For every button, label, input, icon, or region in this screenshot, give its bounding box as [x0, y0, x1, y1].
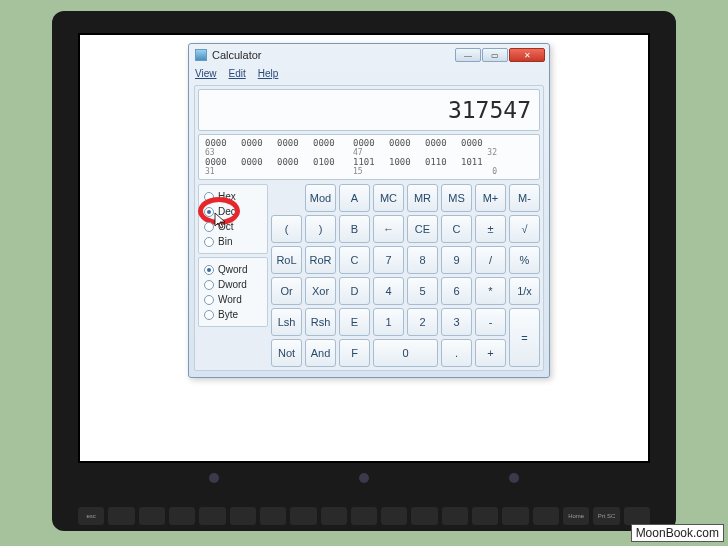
key-hex-d[interactable]: D: [339, 277, 370, 305]
key-hex-c[interactable]: C: [339, 246, 370, 274]
titlebar[interactable]: Calculator — ▭ ✕: [189, 44, 549, 66]
keyboard-key: [472, 507, 498, 525]
key-add[interactable]: +: [475, 339, 506, 367]
key-back[interactable]: ←: [373, 215, 404, 243]
key-1[interactable]: 1: [373, 308, 404, 336]
key-mminus[interactable]: M-: [509, 184, 540, 212]
keyboard-key: [169, 507, 195, 525]
left-panel: Hex Dec: [198, 184, 268, 367]
keyboard-key: [442, 507, 468, 525]
key-rol[interactable]: RoL: [271, 246, 302, 274]
keyboard-key: Prt SC: [593, 507, 619, 525]
key-ms[interactable]: MS: [441, 184, 472, 212]
radio-byte[interactable]: Byte: [204, 307, 262, 322]
key-rparen[interactable]: ): [305, 215, 336, 243]
key-mr[interactable]: MR: [407, 184, 438, 212]
key-div[interactable]: /: [475, 246, 506, 274]
key-lparen[interactable]: (: [271, 215, 302, 243]
key-7[interactable]: 7: [373, 246, 404, 274]
keyboard-key: [411, 507, 437, 525]
key-0[interactable]: 0: [373, 339, 438, 367]
window-controls: — ▭ ✕: [455, 48, 545, 62]
key-3[interactable]: 3: [441, 308, 472, 336]
keyboard-key: [502, 507, 528, 525]
radio-icon: [204, 237, 214, 247]
menubar: View Edit Help: [189, 66, 549, 83]
key-mc[interactable]: MC: [373, 184, 404, 212]
key-dot[interactable]: .: [441, 339, 472, 367]
laptop-hinge: [209, 473, 519, 483]
key-6[interactable]: 6: [441, 277, 472, 305]
key-sqrt[interactable]: √: [509, 215, 540, 243]
key-ror[interactable]: RoR: [305, 246, 336, 274]
bit-label-1: 63 47 32: [205, 148, 533, 157]
maximize-button[interactable]: ▭: [482, 48, 508, 62]
key-4[interactable]: 4: [373, 277, 404, 305]
key-or[interactable]: Or: [271, 277, 302, 305]
keyboard-key: [533, 507, 559, 525]
radio-icon: [204, 207, 214, 217]
key-sub[interactable]: -: [475, 308, 506, 336]
keyboard-key: [381, 507, 407, 525]
key-b[interactable]: B: [339, 215, 370, 243]
menu-edit[interactable]: Edit: [229, 68, 246, 79]
keyboard-key: [230, 507, 256, 525]
radio-dec[interactable]: Dec: [204, 204, 262, 219]
size-panel: Qword Dword Word: [198, 257, 268, 327]
radio-bin[interactable]: Bin: [204, 234, 262, 249]
key-2[interactable]: 2: [407, 308, 438, 336]
menu-help[interactable]: Help: [258, 68, 279, 79]
key-9[interactable]: 9: [441, 246, 472, 274]
menu-view[interactable]: View: [195, 68, 217, 79]
radio-qword[interactable]: Qword: [204, 262, 262, 277]
keyboard-key: [108, 507, 134, 525]
bit-row-1: 0000 0000 0000 0000 0000 0000 0000 0000: [205, 138, 533, 148]
close-button[interactable]: ✕: [509, 48, 545, 62]
keypad: Mod A MC MR MS M+ M- ( ) B ← CE C: [271, 184, 540, 367]
radio-hex[interactable]: Hex: [204, 189, 262, 204]
laptop-frame: Calculator — ▭ ✕ View Edit Help 317547 0…: [52, 11, 676, 531]
display: 317547: [198, 89, 540, 131]
key-mul[interactable]: *: [475, 277, 506, 305]
key-mplus[interactable]: M+: [475, 184, 506, 212]
key-and[interactable]: And: [305, 339, 336, 367]
key-hex-e[interactable]: E: [339, 308, 370, 336]
key-recip[interactable]: 1/x: [509, 277, 540, 305]
keyboard-key: [139, 507, 165, 525]
radio-dword[interactable]: Dword: [204, 277, 262, 292]
key-hex-f[interactable]: F: [339, 339, 370, 367]
radio-word[interactable]: Word: [204, 292, 262, 307]
keyboard-key: [260, 507, 286, 525]
base-panel: Hex Dec: [198, 184, 268, 254]
main-area: Hex Dec: [198, 184, 540, 367]
key-pct[interactable]: %: [509, 246, 540, 274]
keyboard-key: Home: [563, 507, 589, 525]
key-xor[interactable]: Xor: [305, 277, 336, 305]
keyboard-key: [624, 507, 650, 525]
watermark: MoonBook.com: [631, 524, 724, 542]
keyboard-key: [290, 507, 316, 525]
key-8[interactable]: 8: [407, 246, 438, 274]
keyboard-key: [351, 507, 377, 525]
key-c[interactable]: C: [441, 215, 472, 243]
radio-oct[interactable]: Oct: [204, 219, 262, 234]
radio-icon: [204, 310, 214, 320]
calculator-window: Calculator — ▭ ✕ View Edit Help 317547 0…: [188, 43, 550, 378]
key-not[interactable]: Not: [271, 339, 302, 367]
key-rsh[interactable]: Rsh: [305, 308, 336, 336]
key-lsh[interactable]: Lsh: [271, 308, 302, 336]
key-mod[interactable]: Mod: [305, 184, 336, 212]
radio-icon: [204, 265, 214, 275]
minimize-button[interactable]: —: [455, 48, 481, 62]
key-5[interactable]: 5: [407, 277, 438, 305]
key-equals[interactable]: =: [509, 308, 540, 367]
key-ce[interactable]: CE: [407, 215, 438, 243]
radio-icon: [204, 222, 214, 232]
app-icon: [195, 49, 207, 61]
window-title: Calculator: [212, 49, 455, 61]
key-a[interactable]: A: [339, 184, 370, 212]
bit-row-2: 0000 0000 0000 0100 1101 1000 0110 1011: [205, 157, 533, 167]
key-plusminus[interactable]: ±: [475, 215, 506, 243]
keyboard-key: [199, 507, 225, 525]
radio-icon: [204, 280, 214, 290]
